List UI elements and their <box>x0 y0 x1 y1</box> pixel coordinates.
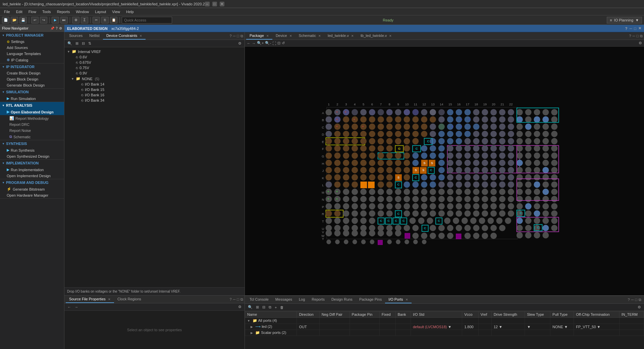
tab-device-constraints[interactable]: Device Constraints ✕ <box>103 32 146 40</box>
view-settings-btn[interactable]: ⚙ <box>639 41 642 45</box>
nav-item-open-elaborated-design[interactable]: ▶ Open Elaborated Design <box>0 109 64 115</box>
bp-question-icon[interactable]: ? <box>628 298 630 302</box>
col-package-pin[interactable]: Package Pin <box>350 311 379 318</box>
tab-led-twinkle-v-close[interactable]: ✕ <box>351 34 354 38</box>
led-off-chip[interactable]: FP_VTT_50 ▼ <box>574 324 620 330</box>
nav-item-run-synthesis[interactable]: ▶ Run Synthesis <box>0 147 64 153</box>
tab-netlist[interactable]: Netlist <box>86 32 103 40</box>
sfp-back-btn[interactable]: ← <box>66 304 72 309</box>
tab-io-ports-close[interactable]: ✕ <box>406 298 408 301</box>
nav-section-title-implementation[interactable]: ▼ IMPLEMENTATION <box>0 160 64 166</box>
elab-question-icon[interactable]: ? <box>625 27 628 31</box>
nav-item-run-implementation[interactable]: ▶ Run Implementation <box>0 166 64 173</box>
col-off-chip[interactable]: Off-Chip Termination <box>574 311 620 318</box>
tab-clock-regions[interactable]: Clock Regions <box>114 296 145 303</box>
sigma-btn[interactable]: Σ <box>81 17 88 23</box>
tab-schematic[interactable]: Schematic ✕ <box>296 32 324 40</box>
tab-package[interactable]: Package ✕ <box>246 32 272 40</box>
col-name[interactable]: Name <box>245 311 297 318</box>
col-neg-diff-pair[interactable]: Neg Diff Pair <box>319 311 350 318</box>
new-button[interactable]: 📄 <box>2 17 9 23</box>
search-constraints-btn[interactable]: 🔍 <box>66 41 73 46</box>
io-expand-btn[interactable]: ⊞ <box>255 305 260 310</box>
bp-min-icon[interactable]: ─ <box>631 298 634 302</box>
menu-help[interactable]: Help <box>123 9 137 14</box>
nav-back-btn[interactable]: ← <box>247 41 251 45</box>
col-fixed[interactable]: Fixed <box>379 311 395 318</box>
nav-section-title-ip-integrator[interactable]: ▼ IP INTEGRATOR <box>0 63 64 70</box>
nav-section-title-project-manager[interactable]: ▼ PROJECT MANAGER <box>0 32 64 39</box>
nav-item-create-block-design[interactable]: Create Block Design <box>0 70 64 76</box>
bp-max-icon[interactable]: □ <box>635 298 637 302</box>
undo-button[interactable]: ↩ <box>31 17 39 23</box>
nav-item-open-synthesized-design[interactable]: Open Synthesized Design <box>0 153 64 159</box>
copy-btn[interactable]: ⎘ <box>101 17 109 23</box>
tab-sources[interactable]: Sources <box>66 32 86 40</box>
menu-file[interactable]: File <box>1 9 13 14</box>
minimize-button[interactable]: ─ <box>205 2 210 6</box>
step-button[interactable]: ⏭ <box>60 17 68 23</box>
col-direction[interactable]: Direction <box>297 311 319 318</box>
led-io-std-dropdown[interactable]: ▼ <box>448 325 451 329</box>
fit-btn[interactable]: ⛶ <box>272 41 276 45</box>
nav-item-open-implemented-design[interactable]: Open Implemented Design <box>0 173 64 179</box>
io-planning-dropdown[interactable]: ≡ IO Planning ▼ <box>607 17 642 23</box>
tab-tb-led-twinkle-v[interactable]: tb_led_twinkle.v ✕ <box>357 32 395 40</box>
zoom-out-btn[interactable]: 🔍- <box>265 41 271 45</box>
expand-all-btn[interactable]: ⊞ <box>74 41 79 46</box>
nav-item-generate-bitstream[interactable]: ⚡ Generate Bitstream <box>0 186 64 192</box>
col-bank[interactable]: Bank <box>395 311 411 318</box>
led-io-std[interactable]: default (LVCMOS18) ▼ <box>411 324 462 330</box>
nav-icon-settings[interactable]: ⚙ <box>59 27 62 30</box>
col-vref[interactable]: Vref <box>478 311 491 318</box>
tree-item-0.6v[interactable]: ⎋ 0.6V <box>64 54 245 60</box>
panel-question-icon[interactable]: ? <box>229 34 231 38</box>
tree-item-io-bank-14[interactable]: ⎋ I/O Bank 14 <box>64 82 245 87</box>
led-slew-type[interactable]: ▼ <box>525 324 550 330</box>
tree-item-0.9v[interactable]: ⎋ 0.9V <box>64 70 245 76</box>
sfp-question-icon[interactable]: ? <box>229 297 231 301</box>
menu-reports[interactable]: Reports <box>54 9 73 14</box>
io-collapse-btn[interactable]: ⊟ <box>261 305 266 310</box>
settings-btn[interactable]: ⚙ <box>72 17 79 23</box>
io-delete-btn[interactable]: 🗑 <box>279 305 285 310</box>
tab-device-close[interactable]: ✕ <box>289 34 292 38</box>
sfp-forward-btn[interactable]: → <box>73 304 79 309</box>
vt-max-icon[interactable]: □ <box>636 34 639 38</box>
tab-reports[interactable]: Reports <box>308 296 328 303</box>
col-in-term[interactable]: IN_TERM <box>619 311 644 318</box>
vt-min-icon[interactable]: ─ <box>633 34 635 38</box>
tab-design-runs[interactable]: Design Runs <box>328 296 356 303</box>
nav-item-add-sources[interactable]: Add Sources <box>0 45 64 51</box>
tab-package-pins[interactable]: Package Pins <box>356 296 385 303</box>
nav-section-title-program-debug[interactable]: ▼ PROGRAM AND DEBUG <box>0 179 64 186</box>
maximize-button[interactable]: □ <box>212 2 217 6</box>
tab-package-close[interactable]: ✕ <box>266 34 269 38</box>
led-drive-strength[interactable]: 12 ▼ <box>491 324 525 330</box>
tab-source-file-properties[interactable]: Source File Properties ✕ <box>66 296 114 303</box>
nav-item-settings[interactable]: ⚙ Settings <box>0 39 64 45</box>
nav-item-report-drc[interactable]: Report DRC <box>0 121 64 128</box>
settings-constraints-btn[interactable]: ⚙ <box>237 41 243 46</box>
menu-layout[interactable]: Layout <box>92 9 109 14</box>
nav-item-schematic[interactable]: ⧉ Schematic <box>0 134 64 140</box>
panel-float-icon[interactable]: ⧉ <box>240 34 243 38</box>
tree-item-io-bank-15[interactable]: ⎋ I/O Bank 15 <box>64 87 245 92</box>
tab-tb-led-twinkle-v-close[interactable]: ✕ <box>389 34 392 38</box>
paste-btn[interactable]: 📋 <box>110 17 117 23</box>
tab-io-ports[interactable]: I/O Ports ✕ <box>385 296 411 303</box>
menu-view[interactable]: View <box>109 9 123 14</box>
col-slew-type[interactable]: Slew Type <box>525 311 550 318</box>
io-settings-btn[interactable]: ⚙ <box>637 305 642 310</box>
nav-item-generate-block-design[interactable]: Generate Block Design <box>0 82 64 88</box>
save-button[interactable]: 💾 <box>19 17 27 23</box>
sort-btn[interactable]: ⇅ <box>87 41 92 46</box>
tree-item-internal-vref[interactable]: ▼ 📁 Internal VREF <box>64 49 245 54</box>
scalar-ports-cell[interactable]: ▶ 📁 Scalar ports (2) <box>245 330 297 336</box>
menu-window[interactable]: Window <box>73 9 92 14</box>
col-pull-type[interactable]: Pull Type <box>550 311 574 318</box>
open-button[interactable]: 📂 <box>11 17 18 23</box>
all-ports-expand[interactable]: ▼ <box>247 319 250 322</box>
elab-close-icon[interactable]: ✕ <box>638 26 641 31</box>
tab-device[interactable]: Device ✕ <box>272 32 296 40</box>
